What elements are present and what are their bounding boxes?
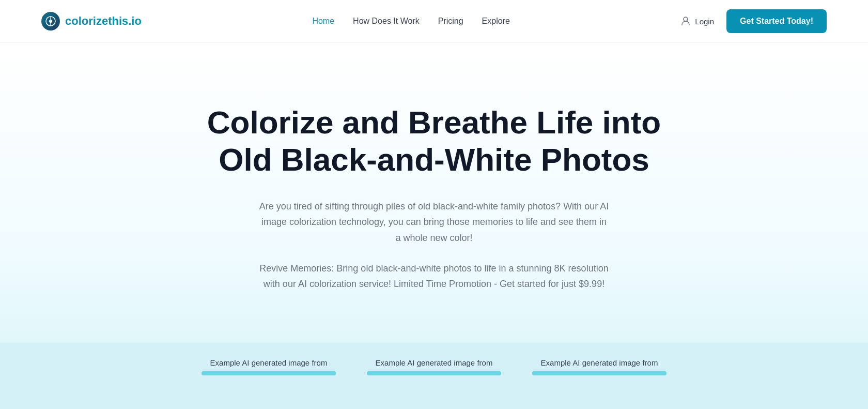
gallery-bar-1 bbox=[202, 371, 336, 375]
gallery-strip: Example AI generated image from Example … bbox=[0, 343, 868, 409]
hero-description: Are you tired of sifting through piles o… bbox=[258, 199, 610, 246]
gallery-item-3: Example AI generated image from bbox=[532, 358, 667, 375]
login-button[interactable]: Login bbox=[680, 16, 714, 27]
logo-text: colorizethis.io bbox=[65, 14, 142, 28]
gallery-item-2: Example AI generated image from bbox=[367, 358, 501, 375]
gallery-label-2: Example AI generated image from bbox=[376, 358, 493, 367]
gallery-item-1: Example AI generated image from bbox=[202, 358, 336, 375]
hero-promo: Revive Memories: Bring old black-and-whi… bbox=[258, 261, 610, 292]
user-icon bbox=[680, 16, 691, 27]
nav-explore[interactable]: Explore bbox=[482, 17, 510, 26]
header-right: Login Get Started Today! bbox=[680, 9, 827, 33]
gallery-label-3: Example AI generated image from bbox=[541, 358, 658, 367]
gallery-bar-2 bbox=[367, 371, 501, 375]
hero-title: Colorize and Breathe Life into Old Black… bbox=[202, 104, 667, 178]
main-nav: Home How Does It Work Pricing Explore bbox=[312, 17, 509, 26]
nav-home[interactable]: Home bbox=[312, 17, 334, 26]
hero-section: Colorize and Breathe Life into Old Black… bbox=[0, 43, 868, 343]
header: colorizethis.io Home How Does It Work Pr… bbox=[0, 0, 868, 43]
logo-icon bbox=[41, 12, 60, 31]
login-label: Login bbox=[695, 17, 714, 26]
get-started-button[interactable]: Get Started Today! bbox=[726, 9, 827, 33]
logo[interactable]: colorizethis.io bbox=[41, 12, 142, 31]
nav-how-it-works[interactable]: How Does It Work bbox=[353, 17, 420, 26]
gallery-bar-3 bbox=[532, 371, 667, 375]
nav-pricing[interactable]: Pricing bbox=[438, 17, 463, 26]
gallery-label-1: Example AI generated image from bbox=[210, 358, 328, 367]
svg-point-3 bbox=[684, 17, 688, 21]
